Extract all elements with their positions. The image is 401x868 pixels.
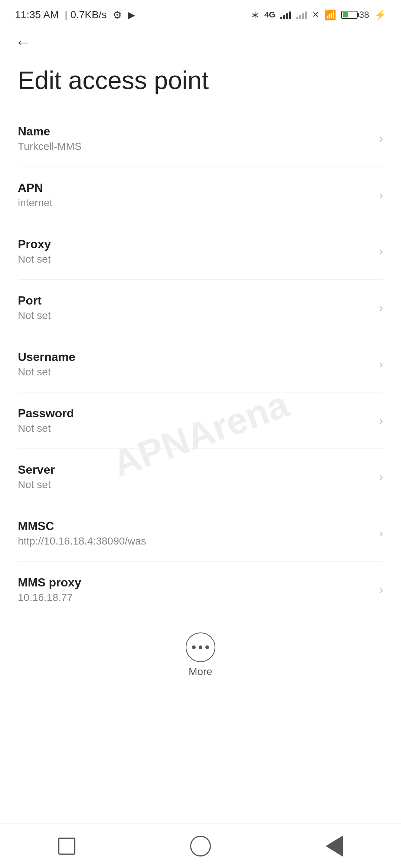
chevron-icon-name: ›	[379, 132, 383, 145]
settings-item-name[interactable]: Name Turkcell-MMS ›	[18, 111, 383, 167]
item-value-username: Not set	[18, 366, 372, 378]
no-signal-icon: ✕	[312, 10, 319, 20]
item-value-server: Not set	[18, 479, 372, 491]
settings-item-server[interactable]: Server Not set ›	[18, 449, 383, 505]
settings-item-username[interactable]: Username Not set ›	[18, 336, 383, 392]
item-value-proxy: Not set	[18, 253, 372, 265]
recent-apps-icon	[58, 838, 75, 855]
nav-recent-button[interactable]	[45, 831, 89, 861]
status-left: 11:35 AM | 0.7KB/s ⚙ ▶	[15, 9, 135, 21]
settings-list: Name Turkcell-MMS › APN internet › Proxy…	[0, 111, 401, 618]
item-label-server: Server	[18, 463, 372, 477]
signal-bars-1	[280, 11, 291, 19]
chevron-icon-server: ›	[379, 470, 383, 484]
status-right: ∗ 4G ✕ 📶 38 ⚡	[251, 9, 386, 21]
page-title: Edit access point	[0, 58, 401, 111]
item-label-mms-proxy: MMS proxy	[18, 576, 372, 589]
more-button[interactable]: More	[0, 618, 401, 689]
item-value-password: Not set	[18, 423, 372, 434]
more-label: More	[189, 666, 212, 678]
item-label-proxy: Proxy	[18, 237, 372, 251]
item-label-name: Name	[18, 125, 372, 138]
chevron-icon-password: ›	[379, 414, 383, 427]
wifi-icon: 📶	[324, 9, 336, 21]
item-label-mmsc: MMSC	[18, 519, 372, 533]
nav-home-button[interactable]	[178, 831, 223, 861]
toolbar: ←	[0, 27, 401, 58]
chevron-icon-proxy: ›	[379, 244, 383, 258]
chevron-icon-port: ›	[379, 301, 383, 315]
settings-item-proxy[interactable]: Proxy Not set ›	[18, 223, 383, 280]
main-content: ← Edit access point Name Turkcell-MMS › …	[0, 27, 401, 756]
item-value-name: Turkcell-MMS	[18, 141, 372, 152]
item-label-port: Port	[18, 294, 372, 308]
item-value-mmsc: http://10.16.18.4:38090/was	[18, 535, 372, 547]
battery-indicator: 38	[341, 10, 369, 20]
chevron-icon-username: ›	[379, 357, 383, 371]
item-label-username: Username	[18, 350, 372, 364]
home-icon	[190, 836, 211, 857]
settings-icon: ⚙	[113, 9, 122, 21]
chevron-icon-mms-proxy: ›	[379, 583, 383, 596]
settings-item-mmsc[interactable]: MMSC http://10.16.18.4:38090/was ›	[18, 505, 383, 562]
status-bar: 11:35 AM | 0.7KB/s ⚙ ▶ ∗ 4G ✕ 📶	[0, 0, 401, 27]
item-value-mms-proxy: 10.16.18.77	[18, 592, 372, 604]
chevron-icon-mmsc: ›	[379, 526, 383, 540]
network-type: 4G	[264, 10, 275, 20]
nav-bar	[0, 823, 401, 868]
settings-item-apn[interactable]: APN internet ›	[18, 167, 383, 223]
signal-bars-2	[296, 11, 307, 19]
speed-display: | 0.7KB/s	[65, 9, 107, 21]
settings-item-port[interactable]: Port Not set ›	[18, 280, 383, 336]
item-value-port: Not set	[18, 310, 372, 322]
back-button[interactable]: ←	[15, 34, 31, 50]
item-value-apn: internet	[18, 197, 372, 209]
item-label-password: Password	[18, 407, 372, 420]
video-icon: ▶	[128, 9, 135, 21]
time-display: 11:35 AM	[15, 9, 59, 21]
item-label-apn: APN	[18, 181, 372, 195]
more-dots-icon	[192, 645, 209, 649]
charging-icon: ⚡	[374, 9, 386, 21]
more-circle-icon	[186, 632, 215, 662]
chevron-icon-apn: ›	[379, 188, 383, 202]
settings-item-password[interactable]: Password Not set ›	[18, 392, 383, 449]
settings-item-mms-proxy[interactable]: MMS proxy 10.16.18.77 ›	[18, 562, 383, 618]
nav-back-button[interactable]	[312, 831, 356, 861]
bluetooth-icon: ∗	[251, 9, 259, 21]
back-icon	[326, 836, 343, 857]
